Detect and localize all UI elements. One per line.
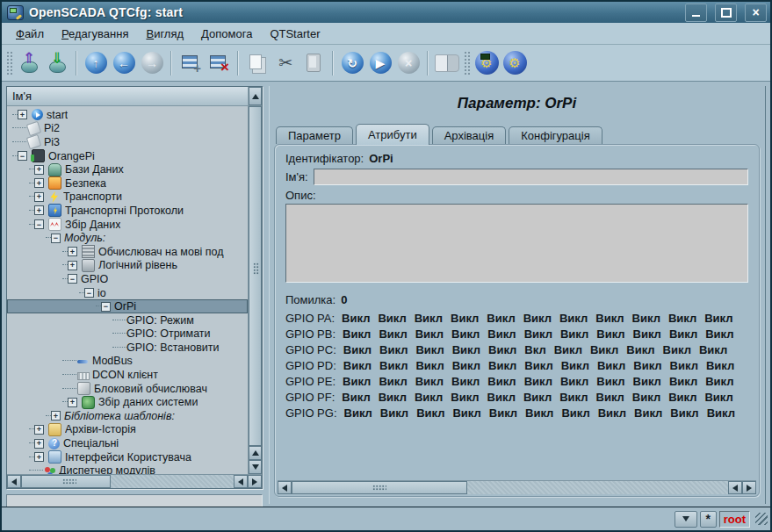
expand-icon[interactable]: + [34, 165, 44, 175]
toolbar-handle[interactable] [6, 51, 12, 75]
tab-4[interactable]: Конфігурація [509, 126, 602, 144]
menu-item-3[interactable]: Вигляд [137, 25, 192, 42]
expand-icon[interactable]: + [68, 261, 77, 270]
name-input[interactable] [314, 169, 748, 185]
tree-item-19[interactable]: DCON клієнт [7, 368, 248, 382]
save-to-db-button[interactable] [44, 49, 70, 77]
tree-hscroll-track[interactable] [111, 475, 234, 488]
tab-1[interactable]: Параметр [276, 126, 353, 144]
panel-hscroll-thumb[interactable] [292, 481, 467, 494]
tree-item-20[interactable]: Блоковий обчислювач [7, 382, 248, 396]
collapse-icon[interactable]: − [68, 274, 77, 284]
collapse-icon[interactable]: − [18, 151, 27, 161]
tree-hscroll-left2-button[interactable] [234, 475, 248, 488]
expand-icon[interactable]: + [34, 178, 44, 188]
panel-hscroll-right-button[interactable] [742, 481, 756, 494]
collapse-icon[interactable]: − [34, 219, 44, 229]
menu-item-4[interactable]: Допомога [192, 25, 261, 42]
tree-item-1[interactable]: Pi2 [7, 122, 248, 136]
tree-item-21[interactable]: +Збір даних системи [7, 395, 248, 409]
go-forward-button[interactable]: → [139, 49, 165, 77]
tree-item-23[interactable]: +Архіви-Історія [7, 423, 248, 437]
menu-item-1[interactable]: Файл [7, 25, 53, 42]
title-bar[interactable]: OpenSCADA QTCfg: start × [2, 2, 770, 23]
tree-item-0[interactable]: +start [7, 108, 248, 122]
expand-icon[interactable]: + [68, 247, 77, 256]
stop-button[interactable]: × [395, 49, 422, 77]
tree-item-17[interactable]: GPIO: Встановити [7, 341, 248, 355]
expand-icon[interactable]: + [18, 110, 27, 119]
tree-item-22[interactable]: +Бібліотека шаблонів: [7, 409, 248, 423]
refresh-button[interactable]: ↻ [339, 49, 365, 77]
tree-vscroll-down-button[interactable] [249, 460, 262, 474]
delete-item-button[interactable] [206, 49, 232, 77]
load-from-db-button[interactable] [16, 49, 42, 77]
expand-icon[interactable]: + [34, 205, 44, 215]
tab-2-active[interactable]: Атрибути [356, 124, 429, 145]
tree-item-26[interactable]: Диспетчер модулів [7, 464, 248, 474]
expand-icon[interactable]: + [34, 439, 44, 449]
menu-item-2[interactable]: Редагування [53, 25, 138, 42]
tree-item-16[interactable]: GPIO: Отримати [7, 327, 248, 341]
tree-item-24[interactable]: +Спеціальні [7, 436, 248, 450]
copy-item-button[interactable] [244, 49, 271, 77]
resize-grip[interactable] [755, 513, 768, 525]
tree-hscrollbar[interactable] [7, 474, 262, 488]
cut-item-button[interactable]: ✂ [272, 49, 299, 77]
tree-item-5[interactable]: +Безпека [7, 176, 248, 191]
maximize-button[interactable] [715, 4, 737, 22]
panel-hscroll-track[interactable] [467, 481, 728, 494]
go-up-button[interactable]: ↑ [83, 49, 109, 77]
tree-item-25[interactable]: +Інтерфейси Користувача [7, 450, 248, 464]
expand-icon[interactable]: + [34, 425, 44, 435]
tree-item-9[interactable]: −Модуль: [7, 231, 248, 245]
minimize-button[interactable] [685, 4, 707, 22]
status-dropdown-button[interactable] [675, 511, 697, 528]
tree-item-3[interactable]: −OrangePi [7, 149, 248, 163]
qtstarter-tools-button[interactable]: ⚙ [501, 49, 528, 77]
panel-hscroll-left2-button[interactable] [728, 481, 742, 494]
go-back-button[interactable]: ← [111, 49, 137, 77]
tree-header-label[interactable]: Ім'я [7, 87, 249, 105]
tree-item-18[interactable]: ModBus [7, 355, 248, 369]
descr-textarea[interactable] [285, 204, 748, 283]
tree-hscroll-thumb[interactable] [21, 475, 111, 488]
menu-item-5[interactable]: QTStarter [261, 25, 328, 42]
qtstarter-config-button[interactable]: ⚙ [473, 49, 500, 77]
panel-hscroll-left-button[interactable] [278, 481, 292, 494]
expand-icon[interactable]: + [51, 411, 61, 421]
tree-item-8[interactable]: −Збір Даних [7, 218, 248, 232]
manual-button[interactable] [434, 49, 460, 77]
tree-hscroll-left-button[interactable] [7, 475, 21, 488]
tree-vscroll-up-button[interactable] [249, 87, 262, 105]
tree-item-10[interactable]: +Обчислювач на мові под [7, 245, 248, 259]
tree-item-11[interactable]: +Логічний рівень [7, 259, 248, 273]
tree-vscroll-up2-button[interactable] [249, 446, 262, 460]
expand-icon[interactable]: + [34, 452, 44, 462]
collapse-icon[interactable]: − [101, 302, 111, 312]
panel-splitter[interactable] [263, 86, 269, 504]
tree-vscrollbar[interactable] [248, 106, 262, 474]
tree-item-6[interactable]: +Транспорти [7, 191, 248, 205]
panel-hscrollbar[interactable] [278, 480, 756, 494]
tree-item-2[interactable]: Pi3 [7, 135, 248, 149]
tab-3[interactable]: Архівація [432, 126, 507, 144]
tree-vscroll-thumb[interactable] [249, 106, 262, 446]
tree-item-15[interactable]: GPIO: Режим [7, 313, 248, 327]
add-item-button[interactable] [177, 49, 204, 77]
paste-item-button[interactable] [300, 49, 327, 77]
expand-icon[interactable]: + [68, 398, 77, 407]
expand-icon[interactable]: + [34, 192, 44, 202]
tree-hscroll-right-button[interactable] [248, 475, 262, 488]
tree-item-selected-14[interactable]: −OrPi [7, 299, 248, 313]
tree-item-4[interactable]: +Бази Даних [7, 162, 248, 176]
tree-item-13[interactable]: −io [7, 286, 248, 300]
close-button[interactable]: × [745, 4, 767, 22]
current-user-badge[interactable]: root [719, 511, 750, 528]
collapse-icon[interactable]: − [51, 234, 61, 243]
tree-item-7[interactable]: +Транспортні Протоколи [7, 204, 248, 218]
start-periodic-update-button[interactable]: ▶ [367, 49, 393, 77]
modified-indicator-button[interactable]: * [700, 511, 717, 528]
tree-item-12[interactable]: −GPIO [7, 272, 248, 286]
collapse-icon[interactable]: − [84, 288, 94, 298]
